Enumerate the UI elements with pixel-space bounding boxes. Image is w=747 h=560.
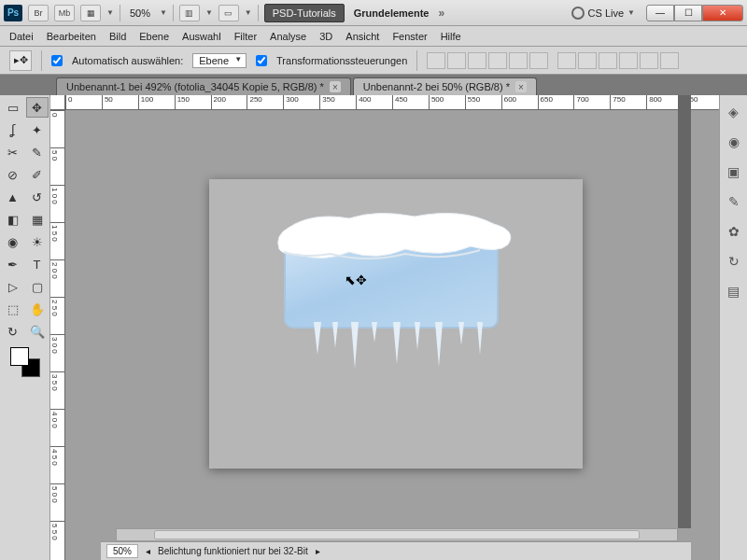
close-tab-icon[interactable]: × [515, 81, 527, 92]
horizontal-ruler[interactable]: 0501001502002503003504004505005506006507… [65, 95, 719, 110]
clone-stamp-tool-icon[interactable]: ▲ [2, 187, 24, 207]
rotate-view-tool-icon[interactable]: ↻ [2, 321, 24, 342]
lasso-tool-icon[interactable]: ʆ [2, 119, 24, 140]
horizontal-scrollbar[interactable] [116, 528, 678, 541]
align-right-icon[interactable] [529, 52, 548, 69]
title-bar: Ps Br Mb ▦ ▼ 50% ▼ ▥ ▼ ▭ ▼ PSD-Tutorials… [0, 0, 747, 26]
minimize-button[interactable]: — [646, 5, 674, 21]
menu-bearbeiten[interactable]: Bearbeiten [47, 31, 96, 42]
align-top-icon[interactable] [427, 52, 445, 69]
history-panel-icon[interactable]: ↻ [725, 252, 743, 271]
cs-live-button[interactable]: CS Live ▼ [571, 7, 635, 20]
foreground-color-swatch[interactable] [10, 347, 29, 366]
pen-tool-icon[interactable]: ✒ [2, 254, 24, 274]
magic-wand-tool-icon[interactable]: ✦ [26, 119, 49, 140]
type-tool-icon[interactable]: T [26, 254, 49, 274]
move-tool-icon[interactable]: ✥ [26, 97, 49, 118]
paths-panel-icon[interactable]: ▣ [725, 162, 743, 181]
canvas-viewport[interactable]: 0501001502002503003504004505005506006507… [50, 95, 719, 560]
menu-ebene[interactable]: Ebene [139, 31, 169, 42]
crop-tool-icon[interactable]: ✂ [2, 142, 24, 162]
menu-analyse[interactable]: Analyse [270, 31, 306, 42]
separator [173, 5, 174, 21]
chevron-down-icon[interactable]: ▼ [106, 8, 114, 17]
move-tool-indicator[interactable]: ▸✥ [9, 50, 32, 71]
align-left-icon[interactable] [488, 52, 507, 69]
menu-3d[interactable]: 3D [319, 31, 332, 42]
history-brush-tool-icon[interactable]: ↺ [26, 187, 49, 207]
channels-panel-icon[interactable]: ◉ [725, 133, 743, 151]
menu-hilfe[interactable]: Hilfe [441, 31, 461, 42]
zoom-tool-icon[interactable]: 🔍 [26, 321, 49, 342]
maximize-button[interactable]: ☐ [674, 5, 702, 21]
chevron-down-icon[interactable]: ▼ [245, 8, 252, 17]
screen-mode-icon[interactable]: ▦ [80, 5, 101, 21]
transform-controls-checkbox[interactable] [256, 55, 267, 66]
eyedropper-tool-icon[interactable]: ✎ [26, 142, 49, 162]
options-bar: ▸✥ Automatisch auswählen: Ebene Transfor… [0, 47, 747, 75]
menu-bild[interactable]: Bild [109, 31, 126, 42]
menu-filter[interactable]: Filter [234, 31, 257, 42]
3d-tool-icon[interactable]: ⬚ [2, 299, 24, 319]
menu-ansicht[interactable]: Ansicht [345, 31, 379, 42]
gradient-tool-icon[interactable]: ▦ [26, 209, 49, 230]
view-extras-icon[interactable]: ▥ [179, 5, 200, 21]
close-tab-icon[interactable]: × [330, 81, 341, 92]
menu-auswahl[interactable]: Auswahl [182, 31, 221, 42]
more-workspaces-icon[interactable]: » [438, 7, 444, 20]
auto-select-checkbox[interactable] [51, 55, 63, 66]
vertical-ruler[interactable]: 05 01 0 01 5 02 0 02 5 03 0 03 5 04 0 04… [50, 110, 65, 560]
zoom-level[interactable]: 50% [126, 7, 154, 19]
styles-panel-icon[interactable]: ✿ [725, 222, 743, 241]
minibridge-icon[interactable]: Mb [54, 5, 75, 21]
align-bottom-icon[interactable] [468, 52, 486, 69]
transform-controls-label: Transformationssteuerungen [276, 55, 407, 66]
menu-fenster[interactable]: Fenster [392, 31, 427, 42]
path-select-tool-icon[interactable]: ▷ [2, 276, 24, 297]
marquee-tool-icon[interactable]: ▭ [2, 97, 24, 118]
menu-datei[interactable]: Datei [9, 31, 34, 42]
window-controls: — ☐ ✕ [646, 5, 743, 21]
color-swatches[interactable] [10, 347, 40, 377]
ruler-origin[interactable] [50, 95, 65, 110]
vertical-scrollbar[interactable] [678, 95, 691, 528]
status-prev-icon[interactable]: ◂ [146, 546, 150, 556]
distribute-icon[interactable] [640, 52, 658, 69]
actions-panel-icon[interactable]: ▤ [725, 282, 743, 301]
auto-select-dropdown[interactable]: Ebene [192, 53, 247, 68]
bridge-icon[interactable]: Br [28, 5, 49, 21]
status-next-icon[interactable]: ▸ [316, 546, 320, 556]
scrollbar-thumb[interactable] [154, 530, 640, 539]
chevron-down-icon[interactable]: ▼ [160, 8, 167, 17]
dodge-tool-icon[interactable]: ☀ [26, 231, 49, 252]
tools-panel: ▭ ✥ ʆ ✦ ✂ ✎ ⊘ ✐ ▲ ↺ ◧ ▦ ◉ ☀ ✒ T ▷ ▢ ⬚ ✋ … [0, 95, 50, 560]
blur-tool-icon[interactable]: ◉ [2, 231, 24, 252]
adjustments-panel-icon[interactable]: ✎ [725, 192, 743, 211]
document-tab-active[interactable]: Unbenannt-2 bei 50% (RGB/8) * × [353, 77, 537, 95]
separator [41, 50, 42, 71]
document-tab[interactable]: Unbenannt-1 bei 492% (fotolia_34045 Kopi… [56, 77, 351, 95]
layers-panel-icon[interactable]: ◈ [725, 103, 743, 121]
healing-brush-tool-icon[interactable]: ⊘ [2, 164, 24, 185]
workspace-psd-tutorials[interactable]: PSD-Tutorials [264, 4, 345, 22]
close-button[interactable]: ✕ [702, 5, 743, 21]
distribute-icon[interactable] [578, 52, 597, 69]
align-vcenter-icon[interactable] [447, 52, 466, 69]
canvas-document[interactable] [209, 179, 583, 469]
chevron-down-icon[interactable]: ▼ [205, 8, 213, 17]
distribute-icon[interactable] [619, 52, 638, 69]
distribute-icon[interactable] [660, 52, 679, 69]
brush-tool-icon[interactable]: ✐ [26, 164, 49, 185]
distribute-icon[interactable] [557, 52, 576, 69]
align-hcenter-icon[interactable] [509, 52, 528, 69]
arrange-docs-icon[interactable]: ▭ [218, 5, 239, 21]
shape-tool-icon[interactable]: ▢ [26, 276, 49, 297]
workspace-grundelemente[interactable]: Grundelemente [350, 7, 433, 19]
distribute-icon[interactable] [599, 52, 617, 69]
status-zoom[interactable]: 50% [106, 544, 138, 558]
tab-label: Unbenannt-2 bei 50% (RGB/8) * [363, 81, 510, 92]
eraser-tool-icon[interactable]: ◧ [2, 209, 24, 230]
chevron-down-icon: ▼ [627, 8, 635, 17]
hand-tool-icon[interactable]: ✋ [26, 299, 49, 319]
main-area: ▭ ✥ ʆ ✦ ✂ ✎ ⊘ ✐ ▲ ↺ ◧ ▦ ◉ ☀ ✒ T ▷ ▢ ⬚ ✋ … [0, 95, 747, 560]
